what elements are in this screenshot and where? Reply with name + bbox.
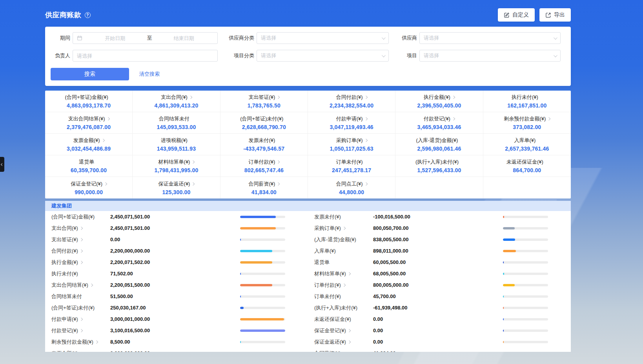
metric-row[interactable]: 未返还保证金(¥) 0.00 <box>308 313 571 325</box>
metric-row[interactable]: 订单未付(¥) 45,700.00 <box>308 291 571 302</box>
summary-cell[interactable]: 退货单 60,359,700.00 <box>45 155 133 177</box>
summary-cell[interactable]: (合同+签证)金额(¥) 4,863,093,178.70 <box>45 91 133 112</box>
metric-label-row: (入库-退货)金额(¥) <box>314 236 373 243</box>
metric-row[interactable]: 支出签证(¥) 0.00 <box>45 234 308 245</box>
summary-cell[interactable]: 合同薪资(¥) 41,834.00 <box>220 177 308 198</box>
chevron-right-icon <box>80 249 83 252</box>
date-range-picker[interactable]: 至 <box>73 32 218 44</box>
metric-label-row: 剩余预付款金额(¥) <box>51 339 110 346</box>
metric-row[interactable]: (入库-退货)金额(¥) 838,005,500.00 <box>308 234 571 245</box>
summary-cell[interactable]: 合同点工(¥) 44,800.00 <box>308 177 395 198</box>
filter-grid: 期间 至 供应商分类 请选择 供应商 请选择 <box>51 32 565 62</box>
metric-label-row: 支出合同结算(¥) <box>51 282 110 289</box>
metric-row[interactable]: 合同薪资(¥) 41,834.00 <box>308 348 571 352</box>
metric-row[interactable]: (执行+入库)未付(¥) -61,939,498.00 <box>308 302 571 313</box>
metric-row[interactable]: 付款登记(¥) 3,100,016,500.00 <box>45 325 308 336</box>
metric-row[interactable]: 执行金额(¥) 2,200,071,502.00 <box>45 257 308 268</box>
supplier-category-select[interactable]: 请选择 <box>257 32 389 44</box>
supplier-select[interactable]: 请选择 <box>419 32 561 44</box>
metric-row[interactable]: 保证金登记(¥) 0.00 <box>308 325 571 336</box>
group-name[interactable]: 建发集团 <box>51 202 72 209</box>
metric-bar-fill <box>503 307 504 309</box>
summary-cell[interactable]: 采购订单(¥) 1,050,117,025.63 <box>308 134 395 155</box>
summary-cell[interactable]: 订单未付(¥) 247,451,278.17 <box>308 155 395 177</box>
summary-cell[interactable]: 合同结算未付 145,093,533.00 <box>133 112 220 134</box>
metric-row[interactable]: (合同+签证)金额(¥) 2,450,071,501.00 <box>45 211 308 222</box>
end-date-input[interactable] <box>155 35 214 41</box>
metric-value: 2,450,071,501.00 <box>110 214 240 220</box>
metric-row[interactable]: 采购订单(¥) 800,050,700.00 <box>308 222 571 234</box>
metric-bar-fill <box>503 284 515 286</box>
summary-cell-header: (入库-退货)金额(¥) <box>416 137 463 144</box>
metric-row[interactable]: 入库单(¥) 898,011,000.00 <box>308 245 571 257</box>
summary-cell[interactable]: 剩余预付款金额(¥) 373,082.00 <box>483 112 571 134</box>
clear-search-link[interactable]: 清空搜索 <box>139 71 160 78</box>
metric-bar-fill <box>503 341 504 343</box>
metric-row[interactable]: 合同结算未付 51,500.00 <box>45 291 308 302</box>
summary-cell[interactable]: 支出合同(¥) 4,861,309,413.20 <box>133 91 220 112</box>
help-icon[interactable]: ? <box>85 12 91 18</box>
summary-cell[interactable]: 执行金额(¥) 2,396,550,405.00 <box>395 91 483 112</box>
owner-input[interactable] <box>77 53 213 59</box>
metric-row[interactable]: (合同+签证)未付(¥) 250,030,167.00 <box>45 302 308 313</box>
metric-row[interactable]: 订单付款(¥) 800,005,000.00 <box>308 279 571 291</box>
metric-row[interactable]: 合同付款(¥) 2,200,000,000.00 <box>45 245 308 257</box>
chevron-right-icon <box>364 182 367 185</box>
summary-cell[interactable]: 执行未付(¥) 162,167,851.00 <box>483 91 571 112</box>
summary-cell[interactable]: 发票金额(¥) 3,032,454,486.89 <box>45 134 133 155</box>
project-category-select[interactable]: 请选择 <box>257 50 389 62</box>
metric-row[interactable]: 剩余预付款金额(¥) 8,500.00 <box>45 336 308 348</box>
metric-row[interactable]: 保证金返还(¥) 0.00 <box>308 336 571 348</box>
group-right-column: 发票未付(¥) -100,016,500.00 采购订单(¥) <box>308 211 571 352</box>
metric-row[interactable]: 执行未付(¥) 71,502.00 <box>45 268 308 279</box>
customize-button[interactable]: 自定义 <box>498 8 535 22</box>
summary-cell[interactable] <box>395 177 483 198</box>
metric-row[interactable]: 材料结算单(¥) 68,005,500.00 <box>308 268 571 279</box>
project-select[interactable]: 请选择 <box>419 50 561 62</box>
chevron-right-icon <box>364 139 367 142</box>
summary-cell[interactable]: 付款登记(¥) 3,465,934,033.46 <box>395 112 483 134</box>
owner-select[interactable] <box>73 50 218 62</box>
metric-label: 合同付款(¥) <box>51 248 78 255</box>
summary-cell-label: (合同+签证)金额(¥) <box>65 94 108 101</box>
summary-cell[interactable]: 未返还保证金(¥) 864,700.00 <box>483 155 571 177</box>
metric-value: 41,834.00 <box>373 350 503 352</box>
chevron-right-icon <box>80 329 83 332</box>
customize-button-label: 自定义 <box>512 11 529 18</box>
summary-cell[interactable]: 订单付款(¥) 802,665,747.46 <box>220 155 308 177</box>
summary-cell-header: 保证金登记(¥) <box>71 180 107 187</box>
metric-row[interactable]: 发票金额(¥) 3,000,000,000.00 <box>45 348 308 352</box>
summary-cell[interactable]: (合同+签证)未付(¥) 2,628,668,790.70 <box>220 112 308 134</box>
summary-cell[interactable]: 保证金返还(¥) 125,300.00 <box>133 177 220 198</box>
summary-cell[interactable] <box>483 177 571 198</box>
metric-row[interactable]: 退货单 60,005,500.00 <box>308 257 571 268</box>
summary-cell[interactable]: 入库单(¥) 2,657,339,761.46 <box>483 134 571 155</box>
search-button[interactable]: 搜索 <box>51 68 129 80</box>
metric-row[interactable]: 付款申请(¥) 3,000,001,000.00 <box>45 313 308 325</box>
summary-cell[interactable]: (入库-退货)金额(¥) 2,596,980,061.46 <box>395 134 483 155</box>
calendar-icon <box>77 35 82 41</box>
summary-cell[interactable]: 材料结算单(¥) 1,798,431,995.00 <box>133 155 220 177</box>
summary-cell[interactable]: 进项税额(¥) 143,959,511.93 <box>133 134 220 155</box>
summary-cell[interactable]: (执行+入库)未付(¥) 1,527,596,433.00 <box>395 155 483 177</box>
start-date-input[interactable] <box>86 35 145 41</box>
summary-cell[interactable]: 合同付款(¥) 2,234,382,554.00 <box>308 91 395 112</box>
metric-value: 838,005,500.00 <box>373 237 503 242</box>
summary-cell[interactable]: 支出签证(¥) 1,783,765.50 <box>220 91 308 112</box>
summary-cell-header: 合同薪资(¥) <box>248 180 279 187</box>
export-button[interactable]: 导出 <box>539 8 571 22</box>
metric-label-row: 执行金额(¥) <box>51 259 110 266</box>
summary-cell[interactable]: 支出合同结算(¥) 2,379,476,087.00 <box>45 112 133 134</box>
metric-row[interactable]: 支出合同(¥) 2,450,071,501.00 <box>45 222 308 234</box>
metric-label-row: 付款申请(¥) <box>51 316 110 323</box>
summary-cell[interactable]: 发票未付(¥) -433,479,546.57 <box>220 134 308 155</box>
metric-value: 3,000,001,000.00 <box>110 316 240 322</box>
summary-cell[interactable]: 保证金登记(¥) 990,000.00 <box>45 177 133 198</box>
metric-row[interactable]: 支出合同结算(¥) 2,200,051,500.00 <box>45 279 308 291</box>
summary-cell[interactable]: 付款申请(¥) 3,047,119,493.46 <box>308 112 395 134</box>
metric-bar-fill <box>240 238 241 241</box>
side-panel-handle[interactable] <box>0 157 4 172</box>
summary-cell-header: 保证金返还(¥) <box>158 180 195 187</box>
metric-bar-fill <box>503 227 515 229</box>
metric-row[interactable]: 发票未付(¥) -100,016,500.00 <box>308 211 571 222</box>
